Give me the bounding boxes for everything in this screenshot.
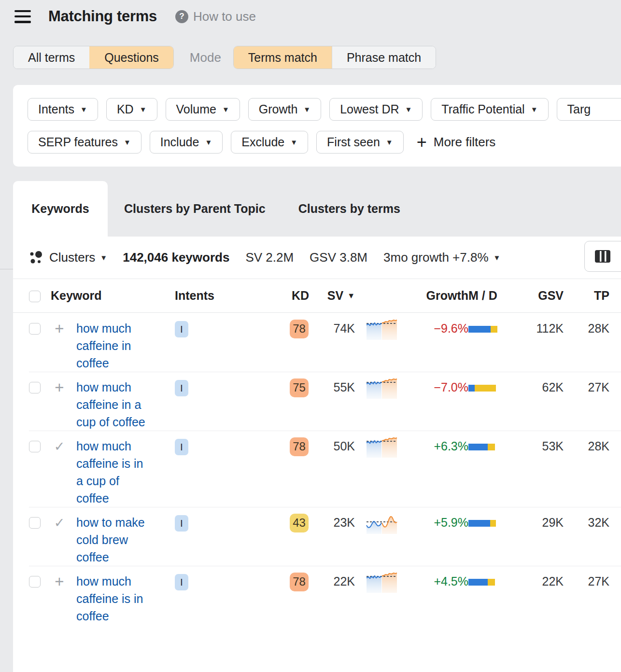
table-row: ✓ how to make cold brew coffee I 43 23K … [13, 507, 621, 566]
filters-row-2: SERP features▼Include▼Exclude▼First seen… [28, 131, 621, 154]
segment-questions[interactable]: Questions [89, 46, 173, 69]
col-growth[interactable]: Growth [398, 289, 468, 303]
chevron-down-icon: ▼ [303, 106, 310, 113]
col-gsv[interactable]: GSV [533, 289, 564, 303]
row-checkbox[interactable] [29, 382, 41, 393]
chevron-down-icon: ▼ [386, 139, 393, 146]
check-icon[interactable]: ✓ [51, 439, 68, 454]
row-checkbox[interactable] [29, 441, 41, 452]
how-to-use-link[interactable]: ? How to use [175, 9, 256, 24]
growth-value: −9.6% [398, 313, 468, 336]
filter-label: Include [160, 135, 199, 149]
filter-volume-button[interactable]: Volume▼ [166, 98, 240, 121]
segment-phrase-match[interactable]: Phrase match [332, 46, 436, 69]
sv-sparkline [366, 513, 397, 534]
mode-label: Mode [190, 50, 221, 65]
filter-growth-button[interactable]: Growth▼ [248, 98, 321, 121]
filter-first-seen-button[interactable]: First seen▼ [316, 131, 404, 154]
clusters-icon [29, 251, 43, 265]
left-divider-line [0, 269, 13, 269]
tab-clusters-by-parent-topic[interactable]: Clusters by Parent Topic [108, 181, 282, 237]
sv-value: 23K [309, 507, 355, 530]
growth-value: +4.5% [398, 566, 468, 588]
filter-intents-button[interactable]: Intents▼ [28, 98, 98, 121]
intent-badge: I [175, 380, 188, 396]
filter-include-button[interactable]: Include▼ [150, 131, 223, 154]
md-bar-yellow [488, 579, 495, 586]
filter-label: Volume [176, 102, 216, 116]
more-filters-label: More filters [434, 135, 496, 150]
tab-clusters-by-terms[interactable]: Clusters by terms [282, 181, 417, 237]
keyword-link[interactable]: how to make cold brew coffee [76, 514, 150, 566]
md-bar [468, 444, 500, 450]
tp-value: 32K [564, 507, 609, 530]
col-sv[interactable]: SV▼ [309, 289, 355, 303]
growth-total: 3mo growth +7.8% [383, 250, 489, 265]
matching-terms-page: Matching terms ? How to use All termsQue… [0, 0, 621, 672]
help-icon: ? [175, 10, 188, 23]
filter-label: Traffic Potential [441, 102, 524, 116]
md-bar [468, 579, 500, 586]
row-checkbox[interactable] [29, 323, 41, 335]
filter-traffic-potential-button[interactable]: Traffic Potential▼ [431, 98, 548, 121]
md-bar-blue [468, 326, 491, 333]
keywords-count: 142,046 keywords [123, 250, 229, 265]
clusters-dropdown[interactable]: Clusters ▼ [29, 250, 107, 265]
growth-total-dropdown[interactable]: 3mo growth +7.8% ▼ [383, 250, 500, 265]
filter-label: KD [117, 102, 134, 116]
tp-value: 28K [564, 313, 609, 336]
tab-keywords[interactable]: Keywords [13, 181, 108, 237]
segment-terms-match[interactable]: Terms match [234, 46, 332, 69]
clusters-label: Clusters [49, 250, 95, 265]
filter-exclude-button[interactable]: Exclude▼ [231, 131, 308, 154]
md-bar-yellow [475, 385, 496, 392]
col-tp[interactable]: TP [564, 289, 609, 303]
columns-settings-button[interactable] [584, 241, 621, 272]
sv-value: 74K [309, 313, 355, 336]
keyword-link[interactable]: how much caffeine in a cup of coffee [76, 378, 150, 431]
kd-badge: 78 [290, 437, 309, 456]
select-all-checkbox[interactable] [29, 291, 41, 302]
col-keyword[interactable]: Keyword [51, 289, 175, 303]
row-checkbox[interactable] [29, 576, 41, 588]
add-keyword-icon[interactable]: + [51, 380, 68, 395]
keyword-link[interactable]: how much caffeine is in a cup of coffee [76, 437, 150, 507]
filter-targ-button[interactable]: Targ [557, 98, 621, 121]
chevron-down-icon: ▼ [290, 139, 297, 146]
gsv-value: 29K [533, 507, 564, 530]
md-bar [468, 520, 500, 527]
hamburger-menu-icon[interactable] [14, 10, 31, 23]
filter-label: SERP features [38, 135, 118, 149]
check-icon[interactable]: ✓ [51, 516, 68, 530]
row-checkbox[interactable] [29, 517, 41, 529]
keyword-link[interactable]: how much caffeine is in coffee [76, 573, 150, 625]
filter-label: Lowest DR [340, 102, 399, 116]
intent-badge: I [175, 321, 188, 337]
col-intents[interactable]: Intents [175, 289, 290, 303]
kd-badge: 43 [290, 514, 309, 532]
intent-badge: I [175, 574, 188, 590]
table-row: + how much caffeine is in coffee I 78 22… [13, 566, 621, 625]
chevron-down-icon: ▼ [140, 106, 147, 113]
more-filters-button[interactable]: +More filters [417, 134, 496, 151]
filter-lowest-dr-button[interactable]: Lowest DR▼ [329, 98, 423, 121]
sv-sparkline [366, 319, 397, 340]
table-body: + how much caffeine in coffee I 78 74K −… [13, 313, 621, 625]
plus-icon: + [417, 134, 427, 151]
col-md[interactable]: M / D [468, 289, 533, 303]
md-bar-blue [468, 385, 475, 392]
add-keyword-icon[interactable]: + [51, 322, 68, 336]
table-header: Keyword Intents KD SV▼ Growth M / D GSV … [13, 279, 621, 313]
filter-kd-button[interactable]: KD▼ [106, 98, 157, 121]
col-kd[interactable]: KD [290, 289, 309, 303]
filters-card: Intents▼KD▼Volume▼Growth▼Lowest DR▼Traff… [13, 85, 621, 167]
result-tabs: KeywordsClusters by Parent TopicClusters… [13, 181, 417, 237]
md-bar [468, 326, 500, 333]
filter-serp-features-button[interactable]: SERP features▼ [28, 131, 141, 154]
gsv-value: 112K [533, 313, 564, 336]
sv-sparkline [366, 378, 397, 399]
md-bar-yellow [491, 326, 497, 333]
add-keyword-icon[interactable]: + [51, 574, 68, 589]
segment-all-terms[interactable]: All terms [14, 46, 89, 69]
keyword-link[interactable]: how much caffeine in coffee [76, 320, 150, 372]
